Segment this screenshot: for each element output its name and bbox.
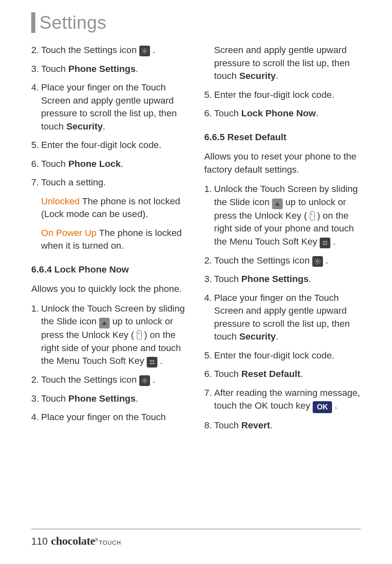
step-1d: 1. Unlock the Touch Screen by sliding th… [204,183,361,248]
left-column: 2. Touch the Settings icon . 3. Touch Ph… [31,44,188,438]
step-number: 5. [204,88,214,102]
step-number: 6. [204,368,214,381]
step-text: Touch Phone Settings. [214,273,361,286]
slide-up-icon [99,318,110,328]
svg-point-12 [150,363,152,364]
brand: chocolate® TOUCH [51,534,121,548]
unlock-key-icon [137,331,142,340]
page-title: Settings [39,12,361,33]
svg-line-8 [146,49,147,50]
svg-line-36 [319,259,320,260]
section-intro: Allows you to reset your phone to the fa… [204,150,361,176]
step-3d: 3. Touch Phone Settings. [204,273,361,286]
step-number: 5. [31,139,41,152]
option-label: On Power Up [41,228,97,238]
option-on-power-up: On Power Up The phone is locked when it … [41,227,188,252]
section-intro: Allows you to quickly lock the phone. [31,282,188,296]
slide-up-icon [272,199,283,209]
step-number: 4. [31,81,41,133]
step-4b: 4. Place your finger on the Touch [31,411,188,424]
svg-line-21 [143,382,143,383]
step-5r: 5. Enter the four-digit lock code. [204,88,361,102]
svg-line-22 [146,379,147,379]
svg-point-11 [152,360,154,362]
svg-point-26 [323,243,325,245]
svg-point-25 [325,241,327,243]
menu-softkey-icon [320,238,330,248]
svg-point-14 [144,380,146,382]
step-number: 3. [31,62,41,76]
svg-point-0 [144,50,146,52]
page-number: 110 [31,536,48,547]
svg-line-20 [146,382,147,383]
step-2b: 2. Touch the Settings icon . [31,373,188,386]
menu-softkey-icon [147,357,157,368]
step-number: 2. [31,44,41,57]
step-number: 8. [204,419,214,432]
settings-icon [312,256,323,267]
ok-button-icon: OK [313,401,332,413]
step-text: Enter the four-digit lock code. [214,88,361,102]
svg-line-33 [316,259,316,260]
step-text: Touch Phone Settings. [41,62,188,76]
svg-point-28 [317,260,319,262]
step-text: Touch Reset Default. [214,368,361,381]
page-header: Settings [31,12,361,33]
svg-point-24 [323,241,325,243]
step-6r: 6. Touch Lock Phone Now. [204,107,361,120]
step-text: Touch Phone Settings. [41,392,188,405]
step-5d: 5. Enter the four-digit lock code. [204,349,361,362]
step-number: 1. [204,183,214,248]
page: Settings 2. Touch the Settings icon . 3.… [0,0,392,564]
step-text: After reading the warning message, touch… [214,386,361,414]
step-7: 7. Touch a setting. [31,176,188,189]
step-number: 4. [31,411,41,424]
step-3b: 3. Touch Phone Settings. [31,392,188,405]
svg-line-5 [143,49,143,50]
step-number: 3. [31,392,41,405]
svg-line-7 [143,53,143,53]
step-2d: 2. Touch the Settings icon . [204,254,361,267]
settings-icon [139,375,150,386]
step-text: Touch Revert. [214,419,361,432]
option-unlocked: Unlocked The phone is not locked (Lock m… [41,195,188,221]
svg-point-13 [152,363,154,364]
settings-icon [139,46,150,56]
step-4: 4. Place your finger on the Touch Screen… [31,81,188,133]
step-text: Screen and apply gentle upward pressure … [214,44,361,83]
step-number: 1. [31,302,41,368]
step-3: 3. Touch Phone Settings. [31,62,188,76]
step-4-cont: Screen and apply gentle upward pressure … [214,44,361,83]
step-number: 6. [31,157,41,171]
svg-line-35 [316,263,316,264]
right-column: Screen and apply gentle upward pressure … [204,44,361,438]
svg-point-27 [325,243,327,245]
step-5: 5. Enter the four-digit lock code. [31,139,188,152]
step-text: Enter the four-digit lock code. [214,349,361,362]
step-text: Enter the four-digit lock code. [41,139,188,152]
step-number: 7. [31,176,41,189]
svg-line-34 [319,263,320,264]
section-heading-664: 6.6.4 Lock Phone Now [31,263,188,276]
section-heading-665: 6.6.5 Reset Default [204,131,361,144]
step-6: 6. Touch Phone Lock. [31,157,188,171]
svg-line-6 [146,53,147,53]
svg-marker-23 [275,202,280,205]
step-text: Place your finger on the Touch [41,411,188,424]
step-4d: 4. Place your finger on the Touch Screen… [204,291,361,343]
step-number: 7. [204,386,214,414]
svg-line-19 [143,379,143,379]
step-text: Touch Lock Phone Now. [214,107,361,120]
step-2: 2. Touch the Settings icon . [31,44,188,57]
step-8d: 8. Touch Revert. [204,419,361,432]
step-text: Touch a setting. [41,176,188,189]
step-number: 5. [204,349,214,362]
svg-point-10 [150,360,152,362]
step-number: 2. [31,373,41,386]
step-text: Place your finger on the Touch Screen an… [214,291,361,343]
unlock-key-icon [310,211,315,220]
step-7d: 7. After reading the warning message, to… [204,386,361,414]
step-number: 2. [204,254,214,267]
step-number: 4. [204,291,214,343]
svg-marker-9 [102,321,107,325]
